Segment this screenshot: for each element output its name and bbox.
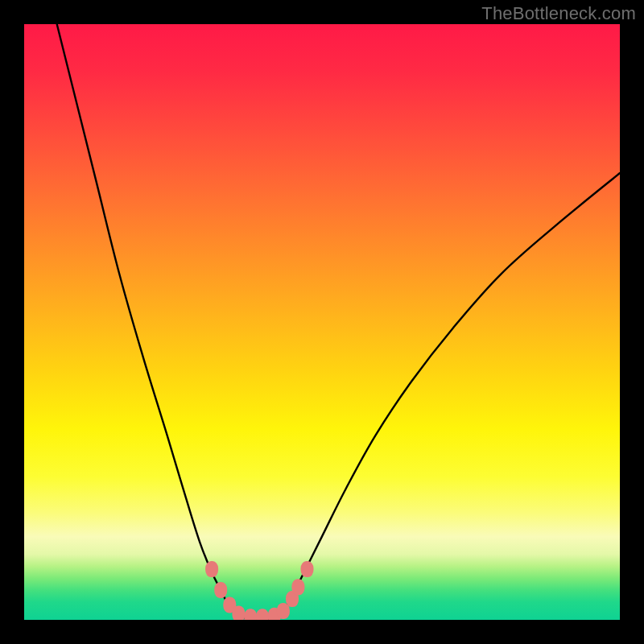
curve-left-curve — [57, 24, 239, 617]
data-marker — [244, 609, 257, 620]
data-marker — [291, 579, 304, 595]
data-marker — [301, 561, 314, 577]
curve-layer — [24, 24, 620, 620]
watermark-text: TheBottleneck.com — [481, 3, 636, 24]
curve-right-curve — [280, 173, 620, 617]
chart-frame: TheBottleneck.com — [0, 0, 644, 644]
plot-area — [24, 24, 620, 620]
data-marker — [214, 582, 227, 598]
data-marker — [232, 606, 245, 620]
data-marker — [205, 561, 218, 577]
data-marker — [256, 609, 269, 620]
